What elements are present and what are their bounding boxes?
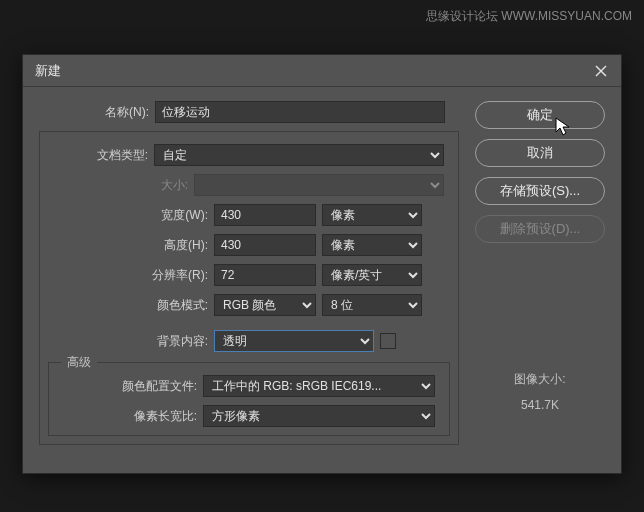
size-select [194, 174, 444, 196]
dialog-titlebar: 新建 [23, 55, 621, 87]
cancel-button[interactable]: 取消 [475, 139, 605, 167]
close-button[interactable] [593, 63, 609, 79]
dialog-title: 新建 [35, 62, 61, 80]
new-document-dialog: 新建 名称(N): 文档类型: 自定 大小: 宽度(W): [22, 54, 622, 474]
name-label: 名称(N): [39, 104, 149, 121]
res-unit-select[interactable]: 像素/英寸 [322, 264, 422, 286]
profile-select[interactable]: 工作中的 RGB: sRGB IEC619... [203, 375, 435, 397]
depth-select[interactable]: 8 位 [322, 294, 422, 316]
bg-select[interactable]: 透明 [214, 330, 374, 352]
height-unit-select[interactable]: 像素 [322, 234, 422, 256]
aspect-select[interactable]: 方形像素 [203, 405, 435, 427]
imgsize-value: 541.7K [475, 398, 605, 412]
doctype-label: 文档类型: [48, 147, 148, 164]
advanced-label: 高级 [61, 354, 97, 371]
size-label: 大小: [48, 177, 188, 194]
width-label: 宽度(W): [48, 207, 208, 224]
watermark-text: 思缘设计论坛 WWW.MISSYUAN.COM [426, 8, 632, 25]
imgsize-label: 图像大小: [475, 371, 605, 388]
delete-preset-button: 删除预设(D)... [475, 215, 605, 243]
mode-select[interactable]: RGB 颜色 [214, 294, 316, 316]
ok-button[interactable]: 确定 [475, 101, 605, 129]
res-input[interactable] [214, 264, 316, 286]
save-preset-button[interactable]: 存储预设(S)... [475, 177, 605, 205]
bg-color-swatch[interactable] [380, 333, 396, 349]
doctype-select[interactable]: 自定 [154, 144, 444, 166]
profile-label: 颜色配置文件: [57, 378, 197, 395]
image-size-info: 图像大小: 541.7K [475, 371, 605, 412]
aspect-label: 像素长宽比: [57, 408, 197, 425]
height-label: 高度(H): [48, 237, 208, 254]
bg-label: 背景内容: [48, 333, 208, 350]
res-label: 分辨率(R): [48, 267, 208, 284]
height-input[interactable] [214, 234, 316, 256]
width-input[interactable] [214, 204, 316, 226]
width-unit-select[interactable]: 像素 [322, 204, 422, 226]
name-input[interactable] [155, 101, 445, 123]
close-icon [595, 65, 607, 77]
mode-label: 颜色模式: [48, 297, 208, 314]
